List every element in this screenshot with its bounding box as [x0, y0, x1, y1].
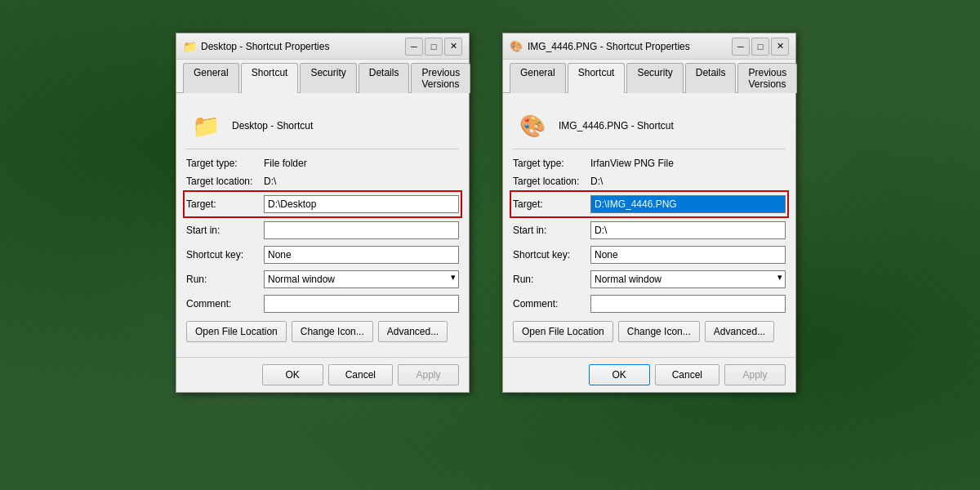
- maximize-button-2[interactable]: □: [751, 38, 769, 56]
- start-in-label-1: Start in:: [186, 225, 264, 236]
- target-type-value-2: IrfanView PNG File: [590, 158, 674, 169]
- title-bar-controls-2: ─ □ ✕: [732, 38, 789, 56]
- file-header-1: 📁 Desktop - Shortcut: [186, 103, 459, 149]
- shortcut-key-row-2: Shortcut key:: [513, 246, 786, 264]
- target-input-2[interactable]: [590, 195, 786, 213]
- shortcut-key-input-1[interactable]: [264, 246, 459, 264]
- target-type-label-2: Target type:: [513, 158, 590, 169]
- start-in-input-1[interactable]: [264, 221, 459, 239]
- advanced-button-2[interactable]: Advanced...: [705, 321, 774, 342]
- run-row-1: Run: Normal window Minimized Maximized: [186, 270, 459, 288]
- target-input-1[interactable]: [264, 195, 459, 213]
- tab-general-2[interactable]: General: [510, 63, 566, 93]
- open-file-location-button-1[interactable]: Open File Location: [186, 321, 287, 342]
- apply-button-1[interactable]: Apply: [398, 364, 459, 385]
- comment-label-1: Comment:: [186, 298, 264, 310]
- shortcut-key-label-2: Shortcut key:: [513, 249, 590, 261]
- comment-row-2: Comment:: [513, 295, 786, 313]
- target-label-1: Target:: [186, 198, 264, 210]
- minimize-button-1[interactable]: ─: [405, 38, 423, 56]
- tab-previous-versions-1[interactable]: Previous Versions: [411, 63, 470, 93]
- close-button-2[interactable]: ✕: [771, 38, 789, 56]
- target-type-row-1: Target type: File folder: [186, 158, 459, 169]
- title-bar-left-1: 📁 Desktop - Shortcut Properties: [183, 40, 329, 53]
- target-label-2: Target:: [513, 198, 590, 210]
- dialog-2: 🎨 IMG_4446.PNG - Shortcut Properties ─ □…: [502, 33, 796, 393]
- target-row-1: Target:: [186, 194, 459, 215]
- dialog-1: 📁 Desktop - Shortcut Properties ─ □ ✕ Ge…: [176, 33, 470, 393]
- tab-previous-versions-2[interactable]: Previous Versions: [737, 63, 797, 93]
- run-label-1: Run:: [186, 274, 264, 285]
- action-buttons-2: Open File Location Change Icon... Advanc…: [513, 321, 786, 342]
- dialog-1-title: Desktop - Shortcut Properties: [201, 41, 329, 52]
- target-type-label-1: Target type:: [186, 158, 264, 169]
- target-row-2: Target:: [513, 194, 786, 215]
- close-button-1[interactable]: ✕: [444, 38, 462, 56]
- tab-shortcut-2[interactable]: Shortcut: [568, 63, 626, 93]
- dialog-2-content: 🎨 IMG_4446.PNG - Shortcut Target type: I…: [503, 93, 795, 357]
- dialog-1-content: 📁 Desktop - Shortcut Target type: File f…: [176, 93, 469, 357]
- run-select-wrapper-2: Normal window Minimized Maximized: [590, 270, 786, 288]
- tab-general-1[interactable]: General: [183, 63, 239, 93]
- start-in-label-2: Start in:: [513, 225, 590, 236]
- action-buttons-1: Open File Location Change Icon... Advanc…: [186, 321, 459, 342]
- tab-shortcut-1[interactable]: Shortcut: [241, 63, 299, 93]
- dialog-2-title: IMG_4446.PNG - Shortcut Properties: [528, 41, 690, 52]
- run-select-1[interactable]: Normal window Minimized Maximized: [264, 270, 459, 288]
- tab-security-1[interactable]: Security: [300, 63, 356, 93]
- target-type-value-1: File folder: [264, 158, 307, 169]
- folder-icon: 📁: [183, 40, 196, 53]
- change-icon-button-2[interactable]: Change Icon...: [618, 321, 700, 342]
- desktop: 📁 Desktop - Shortcut Properties ─ □ ✕ Ge…: [0, 0, 980, 490]
- cancel-button-1[interactable]: Cancel: [328, 364, 393, 385]
- open-file-location-button-2[interactable]: Open File Location: [513, 321, 613, 342]
- tab-details-1[interactable]: Details: [359, 63, 410, 93]
- tabs-1: General Shortcut Security Details Previo…: [176, 60, 469, 93]
- target-type-row-2: Target type: IrfanView PNG File: [513, 158, 786, 169]
- comment-label-2: Comment:: [513, 298, 590, 310]
- file-name-1: Desktop - Shortcut: [232, 120, 313, 131]
- title-bar-1: 📁 Desktop - Shortcut Properties ─ □ ✕: [176, 33, 469, 60]
- title-bar-left-2: 🎨 IMG_4446.PNG - Shortcut Properties: [510, 40, 690, 53]
- target-location-label-1: Target location:: [186, 176, 264, 187]
- tabs-2: General Shortcut Security Details Previo…: [503, 60, 795, 93]
- run-label-2: Run:: [513, 274, 590, 285]
- comment-input-1[interactable]: [264, 295, 459, 313]
- cancel-button-2[interactable]: Cancel: [655, 364, 719, 385]
- dialog-1-footer: OK Cancel Apply: [176, 357, 469, 392]
- run-row-2: Run: Normal window Minimized Maximized: [513, 270, 786, 288]
- ok-button-2[interactable]: OK: [589, 364, 650, 385]
- shortcut-key-label-1: Shortcut key:: [186, 249, 264, 261]
- shortcut-key-row-1: Shortcut key:: [186, 246, 459, 264]
- ok-button-1[interactable]: OK: [262, 364, 323, 385]
- start-in-input-2[interactable]: [590, 221, 786, 239]
- comment-input-2[interactable]: [590, 295, 786, 313]
- minimize-button-2[interactable]: ─: [732, 38, 750, 56]
- maximize-button-1[interactable]: □: [425, 38, 443, 56]
- target-location-value-2: D:\: [590, 176, 603, 187]
- run-select-wrapper-1: Normal window Minimized Maximized: [264, 270, 459, 288]
- comment-row-1: Comment:: [186, 295, 459, 313]
- file-icon-2: 🎨: [516, 109, 549, 142]
- dialog-2-footer: OK Cancel Apply: [503, 357, 795, 392]
- file-name-2: IMG_4446.PNG - Shortcut: [559, 120, 674, 131]
- target-location-value-1: D:\: [264, 176, 276, 187]
- target-location-row-1: Target location: D:\: [186, 176, 459, 187]
- apply-button-2[interactable]: Apply: [724, 364, 786, 385]
- target-location-label-2: Target location:: [513, 176, 590, 187]
- shortcut-key-input-2[interactable]: [590, 246, 786, 264]
- tab-details-2[interactable]: Details: [685, 63, 737, 93]
- file-header-2: 🎨 IMG_4446.PNG - Shortcut: [513, 103, 786, 149]
- target-location-row-2: Target location: D:\: [513, 176, 786, 187]
- png-icon: 🎨: [510, 40, 523, 53]
- title-bar-controls-1: ─ □ ✕: [405, 38, 462, 56]
- start-in-row-1: Start in:: [186, 221, 459, 239]
- tab-security-2[interactable]: Security: [626, 63, 683, 93]
- file-icon-1: 📁: [189, 109, 222, 142]
- advanced-button-1[interactable]: Advanced...: [378, 321, 448, 342]
- title-bar-2: 🎨 IMG_4446.PNG - Shortcut Properties ─ □…: [503, 33, 795, 60]
- run-select-2[interactable]: Normal window Minimized Maximized: [590, 270, 786, 288]
- change-icon-button-1[interactable]: Change Icon...: [292, 321, 373, 342]
- start-in-row-2: Start in:: [513, 221, 786, 239]
